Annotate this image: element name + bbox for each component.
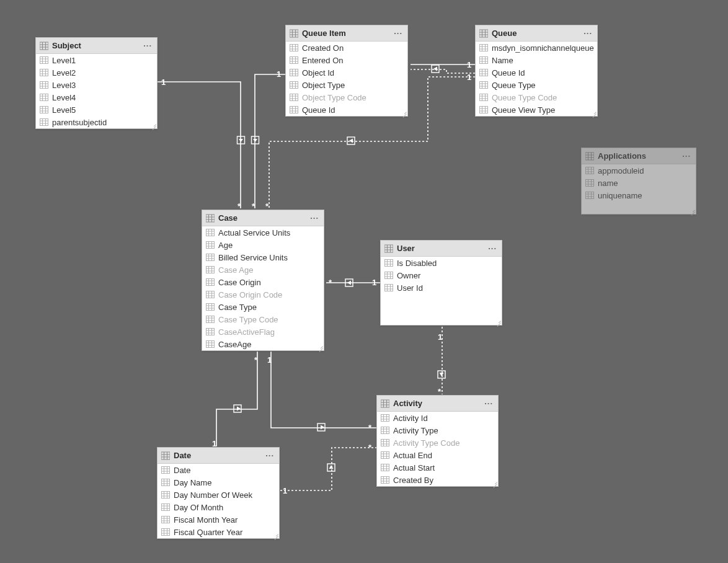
field-row[interactable]: Actual Start <box>377 461 498 474</box>
entity-body[interactable]: Actual Service Units Age Billed Service … <box>202 226 324 350</box>
field-row[interactable]: Activity Id <box>377 412 498 424</box>
field-row[interactable]: Created On <box>286 42 407 54</box>
entity-header[interactable]: Date ··· <box>158 448 279 464</box>
field-row[interactable]: Queue Id <box>476 66 597 79</box>
entity-user[interactable]: User ··· Is Disabled Owner User Id <box>380 240 502 326</box>
entity-header[interactable]: Queue Item ··· <box>286 25 407 42</box>
resize-handle[interactable] <box>491 479 497 485</box>
field-row[interactable]: Day Number Of Week <box>158 489 279 501</box>
entity-body[interactable]: Is Disabled Owner User Id <box>381 257 502 325</box>
field-row[interactable]: uniquename <box>582 189 696 202</box>
field-row[interactable]: Date <box>158 464 279 476</box>
field-row[interactable]: Is Disabled <box>381 257 502 269</box>
resize-handle[interactable] <box>590 109 597 115</box>
column-icon <box>479 94 488 101</box>
field-row[interactable]: Level5 <box>36 104 157 116</box>
resize-handle[interactable] <box>495 318 501 324</box>
field-row[interactable]: Day Name <box>158 476 279 489</box>
entity-case[interactable]: Case ··· Actual Service Units Age Billed… <box>202 210 324 351</box>
field-row[interactable]: Case Age <box>202 264 324 276</box>
field-row[interactable]: Object Id <box>286 66 407 79</box>
field-row[interactable]: Case Origin Code <box>202 288 324 301</box>
field-row[interactable]: User Id <box>381 282 502 294</box>
column-icon <box>585 179 594 187</box>
resize-handle[interactable] <box>689 207 695 213</box>
cardinality-label: 1 <box>372 278 376 287</box>
more-button[interactable]: ··· <box>393 29 404 38</box>
more-button[interactable]: ··· <box>582 29 593 38</box>
field-label: Day Number Of Week <box>174 490 252 500</box>
entity-body[interactable]: appmoduleid name uniquename <box>582 164 696 214</box>
entity-date[interactable]: Date ··· Date Day Name Day Number Of Wee… <box>157 447 280 539</box>
more-button[interactable]: ··· <box>142 41 153 50</box>
field-row[interactable]: Actual End <box>377 449 498 461</box>
field-row[interactable]: Fiscal Month Year <box>158 513 279 526</box>
field-row[interactable]: Level1 <box>36 54 157 66</box>
more-button[interactable]: ··· <box>309 213 320 223</box>
column-icon <box>384 284 393 291</box>
column-icon <box>290 81 298 89</box>
entity-header[interactable]: Activity ··· <box>377 396 498 412</box>
field-row[interactable]: Owner <box>381 269 502 282</box>
field-row[interactable]: CaseActiveFlag <box>202 326 324 338</box>
field-row[interactable]: Case Origin <box>202 276 324 288</box>
field-row[interactable]: Object Type <box>286 79 407 91</box>
field-row[interactable]: Level4 <box>36 91 157 104</box>
field-row[interactable]: Billed Service Units <box>202 251 324 264</box>
entity-body[interactable]: Date Day Name Day Number Of Week Day Of … <box>158 464 279 538</box>
column-icon <box>206 303 215 311</box>
entity-header[interactable]: Queue ··· <box>476 25 597 42</box>
entity-applications[interactable]: Applications ··· appmoduleid name unique… <box>581 148 696 215</box>
field-row[interactable]: Case Type Code <box>202 313 324 326</box>
entity-header[interactable]: Case ··· <box>202 210 324 226</box>
field-row[interactable]: Level2 <box>36 66 157 79</box>
field-row[interactable]: Entered On <box>286 54 407 66</box>
field-row[interactable]: Activity Type <box>377 424 498 437</box>
more-button[interactable]: ··· <box>483 399 494 408</box>
entity-queue[interactable]: Queue ··· msdyn_isomnichannelqueue Name … <box>475 25 598 117</box>
field-row[interactable]: Fiscal Quarter Year <box>158 526 279 538</box>
entity-header[interactable]: User ··· <box>381 241 502 257</box>
entity-subject[interactable]: Subject ··· Level1 Level2 Level3 Level4 … <box>35 37 158 129</box>
field-row[interactable]: Case Type <box>202 301 324 313</box>
field-row[interactable]: Actual Service Units <box>202 226 324 239</box>
resize-handle[interactable] <box>272 531 278 538</box>
field-row[interactable]: Queue View Type <box>476 104 597 116</box>
field-row[interactable]: Object Type Code <box>286 91 407 104</box>
resize-handle[interactable] <box>150 122 156 128</box>
field-row[interactable]: Created By <box>377 474 498 486</box>
field-label: Object Type Code <box>302 93 366 102</box>
entity-body[interactable]: Level1 Level2 Level3 Level4 Level5 paren… <box>36 54 157 128</box>
svg-rect-88 <box>480 57 488 64</box>
field-label: Queue Id <box>302 105 335 115</box>
field-row[interactable]: Level3 <box>36 79 157 91</box>
more-button[interactable]: ··· <box>264 451 275 460</box>
cardinality-label: 1 <box>267 355 272 365</box>
resize-handle[interactable] <box>317 344 323 350</box>
entity-body[interactable]: Created On Entered On Object Id Object T… <box>286 42 407 116</box>
entity-header[interactable]: Subject ··· <box>36 38 157 54</box>
column-icon <box>206 229 215 236</box>
entity-title: Subject <box>52 41 142 50</box>
entity-queue-item[interactable]: Queue Item ··· Created On Entered On Obj… <box>285 25 408 117</box>
field-row[interactable]: parentsubjectid <box>36 116 157 128</box>
field-row[interactable]: msdyn_isomnichannelqueue <box>476 42 597 54</box>
svg-rect-7 <box>252 136 259 144</box>
field-row[interactable]: Queue Type <box>476 79 597 91</box>
field-row[interactable]: appmoduleid <box>582 164 696 177</box>
more-button[interactable]: ··· <box>681 151 692 161</box>
field-row[interactable]: name <box>582 177 696 189</box>
resize-handle[interactable] <box>401 109 407 115</box>
entity-activity[interactable]: Activity ··· Activity Id Activity Type A… <box>376 395 499 487</box>
field-row[interactable]: Activity Type Code <box>377 437 498 449</box>
field-row[interactable]: Queue Id <box>286 104 407 116</box>
field-row[interactable]: Name <box>476 54 597 66</box>
more-button[interactable]: ··· <box>487 244 498 253</box>
field-row[interactable]: Age <box>202 239 324 251</box>
field-row[interactable]: Day Of Month <box>158 501 279 513</box>
entity-header[interactable]: Applications ··· <box>582 148 696 164</box>
entity-body[interactable]: Activity Id Activity Type Activity Type … <box>377 412 498 486</box>
field-row[interactable]: Queue Type Code <box>476 91 597 104</box>
entity-body[interactable]: msdyn_isomnichannelqueue Name Queue Id Q… <box>476 42 597 116</box>
field-row[interactable]: CaseAge <box>202 338 324 350</box>
